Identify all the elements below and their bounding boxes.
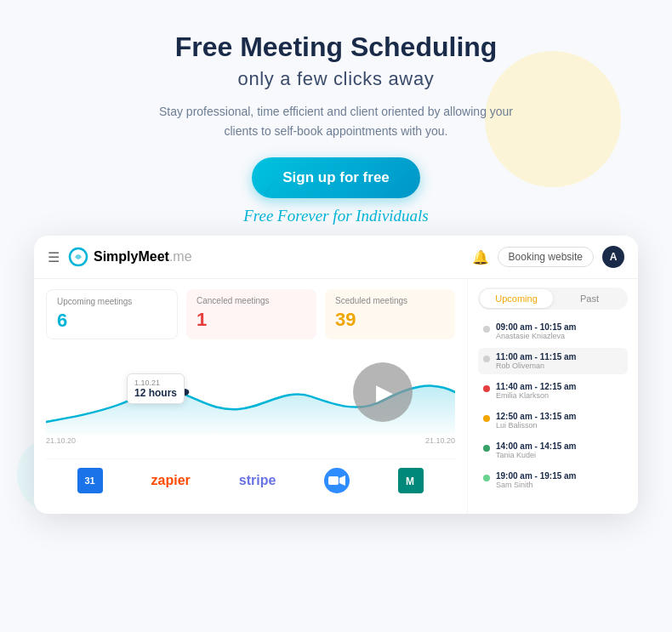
meeting-time: 12:50 am - 13:15 am	[496, 412, 623, 421]
nav-right: 🔔 Booking website A	[472, 246, 624, 268]
meeting-item[interactable]: 11:40 am - 12:15 am Emilia Klarkson	[478, 378, 628, 404]
meeting-time: 19:00 am - 19:15 am	[496, 471, 623, 481]
stat-canceled-value: 1	[196, 309, 306, 331]
stats-row: Upcoming meetings 6 Canceled meetings 1 …	[46, 289, 455, 339]
meeting-time: 14:00 am - 14:15 am	[496, 441, 623, 451]
tab-upcoming[interactable]: Upcoming	[480, 289, 553, 308]
svg-rect-2	[328, 476, 339, 485]
integration-zapier[interactable]: zapier	[151, 473, 191, 488]
integration-google-meet[interactable]: M	[398, 468, 424, 493]
meeting-person: Rob Oliveman	[496, 362, 623, 370]
chart-date-left: 21.10.20	[46, 436, 76, 445]
hero-subtitle: only a few clicks away	[17, 68, 655, 90]
stat-canceled-label: Canceled meetings	[196, 296, 306, 305]
meeting-time: 11:00 am - 11:15 am	[496, 352, 623, 362]
meeting-info: 12:50 am - 13:15 am Lui Balisson	[496, 412, 623, 430]
meeting-item[interactable]: 11:00 am - 11:15 am Rob Oliveman	[478, 348, 628, 374]
cta-area: ↙ Sign up for free Free Forever for Indi…	[17, 157, 655, 225]
meeting-person: Sam Sinith	[496, 481, 623, 489]
google-calendar-icon: 31	[77, 468, 103, 493]
dashboard-card: ☰ SimplyMeet.me 🔔 Booking website A Upco…	[34, 236, 638, 514]
hero-title: Free Meeting Scheduling	[17, 31, 655, 63]
left-panel: Upcoming meetings 6 Canceled meetings 1 …	[34, 279, 468, 514]
bell-icon[interactable]: 🔔	[472, 249, 489, 265]
logo-area: SimplyMeet.me	[68, 247, 464, 267]
meeting-info: 11:40 am - 12:15 am Emilia Klarkson	[496, 382, 623, 400]
meeting-time: 11:40 am - 12:15 am	[496, 382, 623, 391]
chart-date-right: 21.10.20	[425, 436, 455, 445]
dashboard-nav: ☰ SimplyMeet.me 🔔 Booking website A	[34, 236, 638, 279]
tooltip-value: 12 hours	[134, 387, 177, 399]
meeting-dot	[483, 415, 490, 422]
zapier-logo: zapier	[151, 473, 191, 488]
meeting-person: Tania Kudei	[496, 451, 623, 459]
integration-google-calendar[interactable]: 31	[77, 468, 103, 493]
meeting-dot	[483, 475, 490, 481]
stat-scheduled: Sceduled meetings 39	[325, 289, 455, 339]
meeting-time: 09:00 am - 10:15 am	[496, 322, 623, 332]
stat-scheduled-value: 39	[335, 309, 445, 331]
meeting-item[interactable]: 19:00 am - 19:15 am Sam Sinith	[478, 467, 628, 493]
hero-section: Free Meeting Scheduling only a few click…	[0, 0, 672, 225]
stat-scheduled-label: Sceduled meetings	[335, 296, 445, 305]
meeting-dot	[483, 445, 490, 452]
hero-description: Stay professional, time efficient and cl…	[157, 102, 515, 140]
dashboard-body: Upcoming meetings 6 Canceled meetings 1 …	[34, 279, 638, 514]
chart-tooltip: 1.10.21 12 hours	[127, 373, 185, 404]
chart-area: 1.10.21 12 hours	[46, 350, 455, 452]
stripe-logo: stripe	[239, 473, 276, 488]
stat-upcoming-value: 6	[57, 310, 167, 332]
meeting-person: Lui Balisson	[496, 421, 623, 430]
meeting-item[interactable]: 12:50 am - 13:15 am Lui Balisson	[478, 407, 628, 434]
stat-canceled: Canceled meetings 1	[186, 289, 316, 339]
avatar[interactable]: A	[602, 246, 624, 268]
chart-dates: 21.10.20 21.10.20	[46, 436, 455, 445]
meeting-info: 11:00 am - 11:15 am Rob Oliveman	[496, 352, 623, 370]
integration-zoom[interactable]	[324, 468, 350, 493]
play-icon: ▶	[376, 379, 393, 406]
integration-stripe[interactable]: stripe	[239, 473, 276, 488]
meeting-dot	[483, 356, 490, 362]
tooltip-date: 1.10.21	[134, 379, 177, 387]
meeting-item[interactable]: 09:00 am - 10:15 am Anastasie Kniazleva	[478, 318, 628, 344]
stat-upcoming-label: Upcoming meetings	[57, 297, 167, 306]
meeting-info: 09:00 am - 10:15 am Anastasie Kniazleva	[496, 322, 623, 340]
tabs-row: Upcoming Past	[478, 288, 628, 310]
free-forever-label: Free Forever for Individuals	[243, 207, 429, 225]
meeting-dot	[483, 326, 490, 333]
integrations-row: 31 zapier stripe	[46, 458, 455, 504]
meeting-person: Anastasie Kniazleva	[496, 332, 623, 340]
logo-icon	[68, 247, 88, 267]
meeting-item[interactable]: 14:00 am - 14:15 am Tania Kudei	[478, 437, 628, 464]
meeting-list: 09:00 am - 10:15 am Anastasie Kniazleva …	[478, 318, 628, 493]
svg-text:M: M	[406, 475, 414, 487]
right-panel: Upcoming Past 09:00 am - 10:15 am Anasta…	[468, 279, 638, 514]
video-play-button[interactable]: ▶	[353, 362, 413, 422]
svg-marker-3	[339, 475, 345, 486]
logo-text: SimplyMeet.me	[94, 249, 192, 265]
meeting-person: Emilia Klarkson	[496, 391, 623, 400]
tab-past[interactable]: Past	[553, 289, 626, 308]
google-meet-icon: M	[398, 468, 424, 493]
meeting-dot	[483, 385, 490, 392]
booking-website-button[interactable]: Booking website	[498, 247, 594, 267]
meeting-info: 14:00 am - 14:15 am Tania Kudei	[496, 441, 623, 459]
stat-upcoming: Upcoming meetings 6	[46, 289, 178, 339]
hamburger-icon[interactable]: ☰	[48, 249, 60, 265]
zoom-icon	[324, 468, 350, 493]
meeting-info: 19:00 am - 19:15 am Sam Sinith	[496, 471, 623, 489]
